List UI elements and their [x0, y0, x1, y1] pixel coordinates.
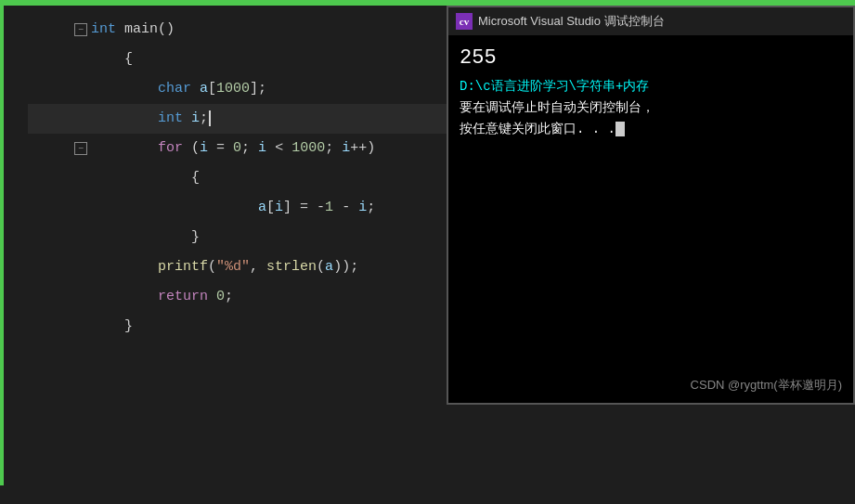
- console-info: 要在调试停止时自动关闭控制台，: [460, 98, 842, 118]
- code-editor[interactable]: − int main() { char a[1000]; int i; −: [28, 6, 855, 485]
- console-watermark: CSDN @rygttm(举杯邀明月): [691, 377, 842, 394]
- console-titlebar: cv Microsoft Visual Studio 调试控制台: [448, 7, 853, 35]
- code-text-6: {: [91, 163, 200, 193]
- console-body: 255 D:\c语言进阶学习\字符串+内存 要在调试停止时自动关闭控制台， 按任…: [448, 35, 853, 403]
- console-path: D:\c语言进阶学习\字符串+内存: [460, 77, 842, 97]
- text-cursor: [209, 110, 211, 126]
- console-app-icon: cv: [456, 13, 473, 30]
- console-output: 255 D:\c语言进阶学习\字符串+内存 要在调试停止时自动关闭控制台， 按任…: [460, 43, 842, 139]
- bottom-strip: [0, 485, 855, 504]
- code-text-1: int main(): [91, 15, 175, 45]
- console-result: 255: [460, 43, 842, 73]
- fold-icon-5[interactable]: −: [74, 142, 87, 155]
- console-title: Microsoft Visual Studio 调试控制台: [478, 13, 665, 30]
- code-text-11: }: [91, 312, 133, 342]
- console-window: cv Microsoft Visual Studio 调试控制台 255 D:\…: [447, 6, 855, 405]
- code-text-4: int i;: [91, 104, 211, 134]
- fold-icon-1[interactable]: −: [74, 23, 87, 36]
- code-text-2: {: [91, 45, 133, 74]
- main-area: − int main() { char a[1000]; int i; −: [0, 6, 855, 485]
- func-name: main(): [124, 21, 175, 37]
- console-cursor: [615, 122, 625, 136]
- code-text-7: a[i] = -1 - i;: [91, 193, 375, 223]
- code-text-3: char a[1000];: [91, 74, 266, 104]
- code-text-10: return 0;: [91, 282, 233, 312]
- green-side-bar: [0, 6, 4, 485]
- console-close-prompt: 按任意键关闭此窗口. . .: [460, 120, 842, 139]
- code-text-9: printf("%d", strlen(a));: [91, 252, 358, 282]
- code-text-8: }: [91, 223, 200, 252]
- code-text-5: for (i = 0; i < 1000; i++): [91, 134, 375, 163]
- keyword-int-1: int: [91, 21, 116, 37]
- left-gutter: [0, 6, 28, 485]
- console-icon-label: cv: [460, 16, 469, 27]
